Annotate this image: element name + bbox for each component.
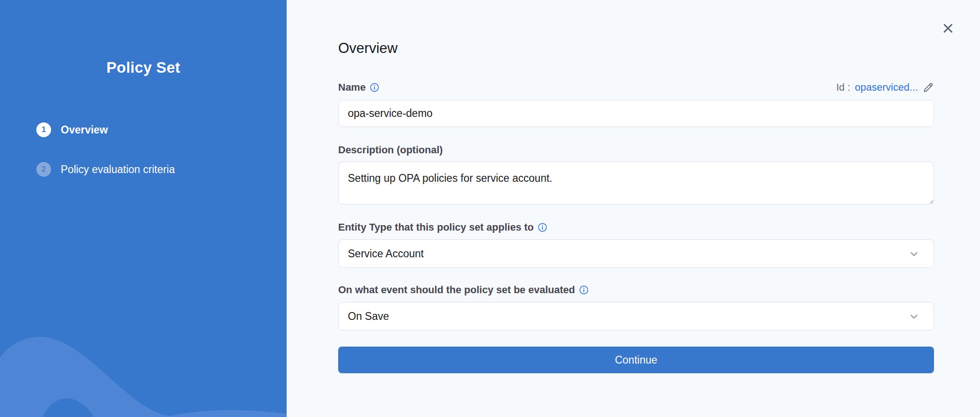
info-icon[interactable] <box>579 285 588 295</box>
info-icon[interactable] <box>538 223 547 232</box>
step-label: Overview <box>61 124 108 136</box>
overview-panel: Overview Name Id : opaserviced... <box>287 0 980 417</box>
description-textarea[interactable]: Setting up OPA policies for service acco… <box>338 162 934 204</box>
entity-type-select[interactable]: Service Account <box>338 239 934 268</box>
entity-type-label: Entity Type that this policy set applies… <box>338 221 534 233</box>
chevron-down-icon <box>908 248 920 260</box>
event-label: On what event should the policy set be e… <box>338 284 575 296</box>
overview-form: Overview Name Id : opaserviced... <box>338 0 934 373</box>
continue-button[interactable]: Continue <box>338 347 934 373</box>
id-row: Id : opaserviced... <box>836 81 934 93</box>
panel-heading: Overview <box>338 40 934 57</box>
entity-type-selected-value: Service Account <box>348 248 424 260</box>
step-number-badge: 1 <box>36 122 51 137</box>
sidebar-title: Policy Set <box>0 59 287 76</box>
event-field-header: On what event should the policy set be e… <box>338 284 934 296</box>
event-selected-value: On Save <box>348 310 389 323</box>
close-button[interactable] <box>941 21 955 35</box>
id-label: Id : <box>836 81 850 93</box>
edit-id-button[interactable] <box>922 82 934 93</box>
wizard-steps: 1 Overview 2 Policy evaluation criteria <box>0 122 287 177</box>
step-number-badge: 2 <box>36 162 51 177</box>
policy-set-modal: Policy Set 1 Overview 2 Policy evaluatio… <box>0 0 980 417</box>
id-value-link[interactable]: opaserviced... <box>855 81 918 93</box>
pencil-icon <box>922 82 934 93</box>
step-label: Policy evaluation criteria <box>61 163 175 176</box>
wizard-sidebar: Policy Set 1 Overview 2 Policy evaluatio… <box>0 0 287 417</box>
event-select[interactable]: On Save <box>338 302 934 330</box>
description-label: Description (optional) <box>338 144 443 156</box>
name-label: Name <box>338 81 366 93</box>
chevron-down-icon <box>908 311 920 322</box>
step-overview[interactable]: 1 Overview <box>36 122 287 137</box>
name-input[interactable] <box>338 100 934 127</box>
step-policy-evaluation-criteria[interactable]: 2 Policy evaluation criteria <box>36 162 287 177</box>
entity-type-field-header: Entity Type that this policy set applies… <box>338 221 934 233</box>
sidebar-wave-decoration <box>0 302 287 417</box>
close-icon <box>942 22 954 35</box>
name-field-header: Name Id : opaserviced... <box>338 81 934 93</box>
description-field-header: Description (optional) <box>338 144 934 156</box>
info-icon[interactable] <box>370 83 379 92</box>
